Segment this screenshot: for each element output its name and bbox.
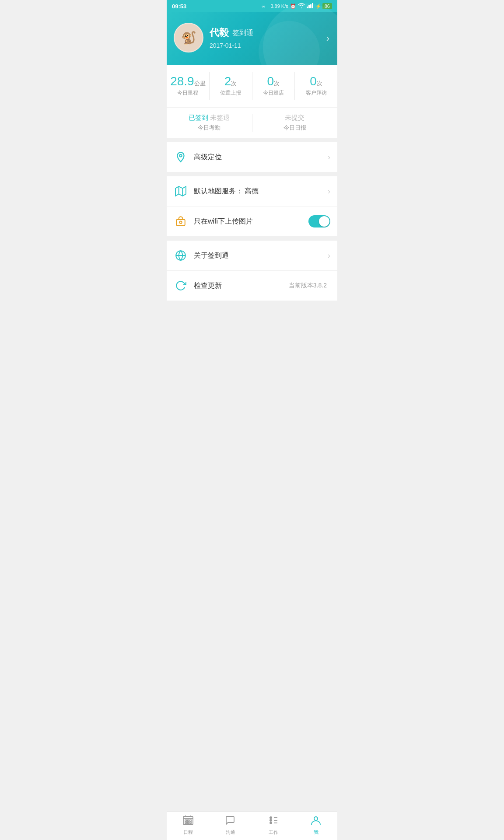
menu-item-map[interactable]: 默认地图服务： 高德 › — [167, 176, 337, 206]
menu-item-about[interactable]: 关于签到通 › — [167, 241, 337, 271]
map-icon — [174, 184, 188, 198]
stat-distance-label: 今日里程 — [169, 89, 206, 97]
profile-name-row: 代毅 签到通 — [210, 26, 330, 39]
attendance-daily: 未提交 今日日报 — [252, 114, 338, 132]
menu-label-map: 默认地图服务： 高德 — [194, 187, 328, 196]
menu-section-about: 关于签到通 › 检查更新 当前版本3.8.2 — [167, 241, 337, 301]
wifi-upload-toggle[interactable] — [308, 215, 330, 228]
svg-marker-5 — [175, 186, 186, 196]
profile-app-name: 签到通 — [232, 28, 253, 38]
avatar: 🐒 — [174, 23, 203, 52]
menu-label-photo: 只在wifi下上传图片 — [194, 217, 308, 226]
stat-location: 2次 位置上报 — [210, 72, 252, 100]
refresh-icon — [174, 279, 188, 293]
section-divider-3 — [167, 236, 337, 241]
stat-inspection-label: 今日巡店 — [255, 89, 292, 97]
infinity-icon: ∞ — [262, 4, 266, 9]
svg-rect-8 — [176, 220, 185, 226]
svg-point-4 — [179, 154, 182, 157]
attendance-daily-status: 未提交 — [252, 114, 338, 122]
attendance-checkin-label: 今日考勤 — [167, 124, 252, 132]
menu-chevron-location: › — [328, 153, 330, 162]
location-icon — [174, 150, 188, 164]
menu-chevron-map: › — [328, 187, 330, 196]
photo-icon — [174, 214, 188, 228]
toggle-knob — [319, 216, 329, 227]
stat-distance-value: 28.9公里 — [169, 75, 206, 88]
profile-header[interactable]: 🐒 代毅 签到通 2017-01-11 › — [167, 12, 337, 65]
stat-location-label: 位置上报 — [212, 89, 249, 97]
profile-chevron-icon[interactable]: › — [326, 33, 329, 44]
status-time: 09:53 — [172, 3, 186, 10]
section-divider-2 — [167, 172, 337, 176]
menu-item-update[interactable]: 检查更新 当前版本3.8.2 — [167, 271, 337, 301]
menu-value-update: 当前版本3.8.2 — [289, 282, 327, 290]
menu-section-map: 默认地图服务： 高德 › 只在wifi下上传图片 — [167, 176, 337, 236]
section-divider-1 — [167, 138, 337, 142]
globe-icon — [174, 248, 188, 262]
menu-label-about: 关于签到通 — [194, 251, 328, 260]
stat-distance: 28.9公里 今日里程 — [167, 72, 210, 100]
svg-point-9 — [179, 221, 182, 223]
menu-chevron-about: › — [328, 251, 330, 260]
profile-info: 代毅 签到通 2017-01-11 — [210, 26, 330, 49]
speed-indicator: 3.89 K/s — [270, 4, 288, 9]
attendance-checkin-status: 已签到 未签退 — [167, 114, 252, 122]
menu-item-location[interactable]: 高级定位 › — [167, 142, 337, 172]
menu-label-location: 高级定位 — [194, 153, 328, 162]
attendance-daily-label: 今日日报 — [252, 124, 338, 132]
menu-label-update: 检查更新 — [194, 281, 289, 290]
profile-name: 代毅 — [210, 26, 229, 39]
attendance-checkin: 已签到 未签退 今日考勤 — [167, 114, 252, 132]
menu-section-location: 高级定位 › — [167, 142, 337, 172]
page-content: 🐒 代毅 签到通 2017-01-11 › 28.9公里 今日里程 2次 位置上… — [167, 12, 337, 327]
stat-location-value: 2次 — [212, 75, 249, 88]
attendance-section: 已签到 未签退 今日考勤 未提交 今日日报 — [167, 108, 337, 138]
menu-item-photo[interactable]: 只在wifi下上传图片 — [167, 206, 337, 236]
profile-date: 2017-01-11 — [210, 42, 330, 49]
